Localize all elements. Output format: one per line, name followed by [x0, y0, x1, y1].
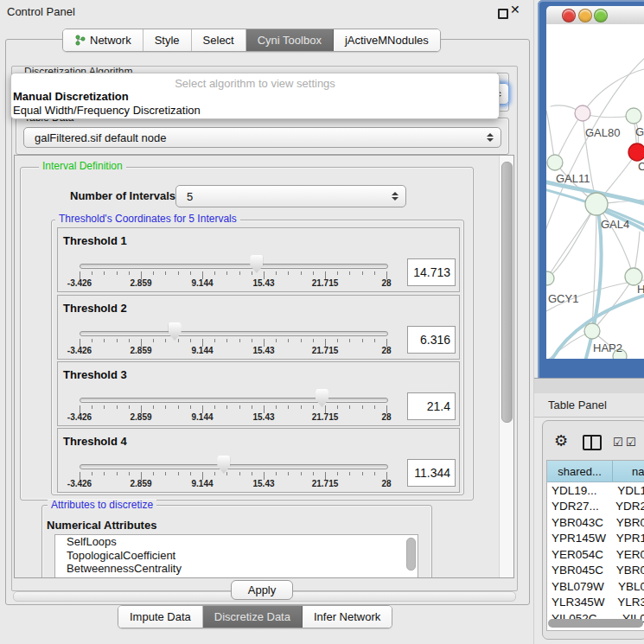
- combo-arrows-icon: [391, 192, 399, 201]
- algorithm-option[interactable]: Equal Width/Frequency Discretization: [13, 104, 201, 117]
- tick-label: -3.426: [67, 479, 92, 488]
- slider-thumb[interactable]: [316, 389, 328, 407]
- minor-tick: [178, 271, 179, 275]
- slider-track[interactable]: [80, 464, 388, 469]
- tick-label: 9.144: [191, 412, 213, 422]
- minimize-traffic-light[interactable]: [578, 9, 592, 22]
- minor-tick: [337, 405, 338, 409]
- algorithm-option[interactable]: Manual Discretization: [13, 90, 129, 103]
- minor-tick: [313, 472, 314, 475]
- list-scrollbar-thumb[interactable]: [406, 538, 416, 571]
- slider-thumb[interactable]: [217, 456, 230, 474]
- tab-cyni-toolbox[interactable]: Cyni Toolbox: [246, 29, 334, 51]
- minor-tick: [104, 339, 105, 342]
- node-label: H: [637, 283, 644, 296]
- checkbox-icon[interactable]: ☑: [613, 436, 623, 449]
- table-row[interactable]: YBR043CYBR0: [547, 514, 644, 531]
- minor-tick: [252, 472, 252, 475]
- gear-icon[interactable]: ⚙: [554, 433, 568, 449]
- tick-label: 28: [381, 278, 391, 288]
- threshold-value-field[interactable]: [407, 392, 456, 420]
- slider-thumb[interactable]: [169, 322, 182, 341]
- table-row[interactable]: YDL19...YDL1: [547, 482, 644, 499]
- attribute-list-item[interactable]: TopologicalCoefficient: [55, 549, 418, 563]
- float-window-icon[interactable]: [498, 9, 508, 19]
- slider-track[interactable]: [80, 331, 388, 336]
- network-window-titlebar[interactable]: [546, 6, 644, 25]
- tab-select[interactable]: Select: [192, 29, 246, 51]
- threshold-value-field[interactable]: [407, 459, 456, 487]
- threshold-value-field[interactable]: [407, 258, 456, 286]
- minor-tick: [362, 339, 363, 342]
- network-node[interactable]: [584, 323, 600, 339]
- column-header[interactable]: shared...: [547, 461, 613, 481]
- network-canvas[interactable]: GAL80GACGAL11GAL4GCY1HHAP2: [546, 24, 644, 359]
- table-row[interactable]: YLR345WYLR3: [547, 595, 644, 611]
- tick-label: 21.715: [312, 278, 339, 288]
- node-label: GCY1: [548, 292, 578, 305]
- table-row[interactable]: YBL079WYBL0: [547, 578, 644, 595]
- vertical-scrollbar-track[interactable]: [499, 156, 513, 577]
- tab-discretize-data[interactable]: Discretize Data: [203, 606, 303, 628]
- minor-tick: [313, 405, 314, 409]
- tab-impute-data[interactable]: Impute Data: [118, 606, 203, 628]
- minor-tick: [190, 405, 191, 409]
- threshold-value-field[interactable]: [407, 326, 456, 354]
- cell-shared-name: YDR27...: [547, 500, 614, 513]
- attribute-list-item[interactable]: BetweennessCentrality: [55, 562, 418, 576]
- tab-jactivemnodules[interactable]: jActiveMNodules: [334, 29, 440, 51]
- network-node[interactable]: [585, 193, 608, 215]
- slider-thumb[interactable]: [250, 255, 263, 273]
- minor-tick: [178, 339, 179, 342]
- slider-track[interactable]: [80, 264, 388, 269]
- table-hscrollbar-thumb[interactable]: [548, 619, 643, 628]
- minor-tick: [313, 339, 314, 342]
- tab-infer-network[interactable]: Infer Network: [303, 606, 392, 628]
- slider-track[interactable]: [80, 398, 388, 403]
- attribute-list-item[interactable]: SelfLoops: [55, 535, 418, 549]
- minor-tick: [190, 339, 191, 342]
- minor-tick: [252, 405, 252, 409]
- network-node[interactable]: [575, 105, 590, 121]
- column-header[interactable]: na: [613, 461, 644, 481]
- checkbox-icon[interactable]: ☑: [626, 436, 636, 449]
- close-traffic-light[interactable]: [562, 9, 576, 22]
- minor-tick: [313, 271, 314, 275]
- split-panel-icon[interactable]: [583, 435, 602, 450]
- cyni-bottom-tab-bar: Impute DataDiscretize DataInfer Network: [118, 605, 392, 628]
- zoom-traffic-light[interactable]: [594, 9, 608, 22]
- table-row[interactable]: YDR27...YDR2: [547, 499, 644, 515]
- number-of-intervals-label: Number of Intervals: [70, 189, 175, 202]
- numerical-attributes-list[interactable]: SelfLoopsTopologicalCoefficientBetweenne…: [54, 534, 418, 578]
- minor-tick: [226, 472, 227, 475]
- table-row[interactable]: YER054CYER0: [547, 546, 644, 563]
- minor-tick: [301, 405, 302, 409]
- tick-label: 2.859: [130, 479, 151, 488]
- desktop-strip: [534, 378, 644, 394]
- tab-style[interactable]: Style: [143, 29, 192, 51]
- minor-tick: [276, 472, 277, 475]
- tick-label: 15.43: [252, 346, 274, 355]
- node-attribute-table[interactable]: shared...na YDL19...YDL1YDR27...YDR2YBR0…: [546, 460, 644, 631]
- table-row[interactable]: YPR145WYPR1: [547, 531, 644, 547]
- vertical-scrollbar-thumb[interactable]: [501, 162, 513, 423]
- minor-tick: [239, 271, 240, 275]
- cell-shared-name: YLR345W: [547, 596, 615, 609]
- number-of-intervals-combobox[interactable]: 5: [175, 185, 406, 207]
- minor-tick: [276, 339, 277, 342]
- network-node[interactable]: [628, 143, 644, 161]
- minor-tick: [104, 405, 105, 409]
- network-node[interactable]: [547, 155, 563, 170]
- combo-arrows-icon: [486, 133, 494, 142]
- tick-label: 15.43: [252, 412, 274, 422]
- panel-divider[interactable]: [533, 0, 534, 644]
- tab-network[interactable]: Network: [63, 29, 143, 51]
- table-row[interactable]: YBR045CYBR0: [547, 563, 644, 579]
- close-icon[interactable]: ✕: [510, 3, 520, 16]
- tab-label: Style: [155, 34, 180, 47]
- apply-button[interactable]: Apply: [231, 580, 293, 600]
- cell-name: YBR0: [615, 564, 644, 577]
- table-data-combobox[interactable]: galFiltered.sif default node: [23, 127, 501, 148]
- minor-tick: [374, 339, 375, 342]
- network-node[interactable]: [626, 108, 641, 124]
